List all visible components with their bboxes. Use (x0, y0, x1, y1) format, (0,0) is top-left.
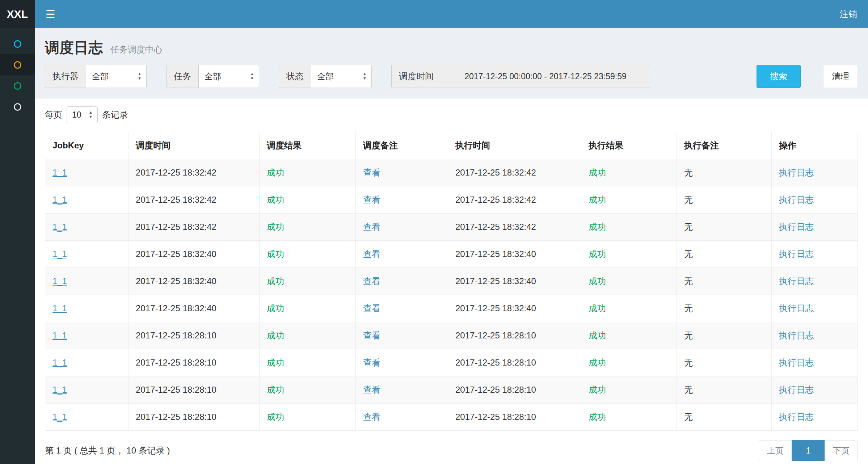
jobkey-link[interactable]: 1_1 (52, 168, 67, 177)
time-filter-label: 调度时间 (391, 65, 441, 88)
jobkey-link[interactable]: 1_1 (52, 330, 67, 340)
trigger-time-cell: 2017-12-25 18:32:42 (128, 159, 260, 186)
logout-button[interactable]: 注销 (829, 0, 868, 28)
handle-msg-cell: 无 (677, 349, 772, 376)
exec-log-link[interactable]: 执行日志 (779, 330, 814, 340)
log-table: JobKey 调度时间 调度结果 调度备注 执行时间 执行结果 执行备注 操作 … (45, 132, 858, 431)
handle-msg-cell: 无 (677, 268, 772, 295)
table-row: 1_1 2017-12-25 18:28:10 成功 查看 2017-12-25… (45, 404, 858, 431)
sidebar (0, 28, 35, 464)
col-trigger-msg: 调度备注 (356, 132, 448, 159)
trigger-msg-cell: 查看 (356, 322, 448, 349)
exec-log-link[interactable]: 执行日志 (779, 276, 814, 286)
page-title: 调度日志 (45, 39, 103, 55)
status-select[interactable]: 全部 (311, 65, 372, 88)
exec-log-link[interactable]: 执行日志 (779, 358, 814, 367)
log-table-body: 1_1 2017-12-25 18:32:42 成功 查看 2017-12-25… (45, 159, 858, 431)
sidebar-item-dashboard[interactable] (0, 33, 35, 54)
page-subtitle: 任务调度中心 (110, 45, 163, 54)
table-footer: 第 1 页 ( 总共 1 页， 10 条记录 ) 上页 1 下页 (45, 431, 858, 464)
search-button[interactable]: 搜索 (757, 65, 801, 88)
prev-page-button[interactable]: 上页 (759, 440, 792, 461)
action-cell: 执行日志 (772, 268, 858, 295)
page-summary: 第 1 页 ( 总共 1 页， 10 条记录 ) (45, 445, 170, 456)
table-row: 1_1 2017-12-25 18:28:10 成功 查看 2017-12-25… (45, 376, 858, 404)
handle-msg-cell: 无 (677, 241, 772, 268)
job-filter-label: 任务 (166, 65, 198, 88)
jobkey-link[interactable]: 1_1 (52, 412, 67, 422)
handle-result-cell: 成功 (581, 295, 677, 322)
job-select[interactable]: 全部 (198, 65, 259, 88)
handle-result-cell: 成功 (581, 159, 677, 186)
app-logo[interactable]: XXL (0, 0, 35, 28)
trigger-msg-cell: 查看 (356, 268, 448, 295)
trigger-result-cell: 成功 (260, 159, 356, 186)
trigger-result-cell: 成功 (260, 404, 356, 431)
view-trigger-msg-link[interactable]: 查看 (363, 330, 380, 340)
sidebar-item-job-manage[interactable] (0, 54, 35, 75)
handle-time-cell: 2017-12-25 18:28:10 (448, 404, 581, 431)
jobkey-link[interactable]: 1_1 (52, 385, 67, 395)
action-cell: 执行日志 (772, 322, 858, 349)
trigger-msg-cell: 查看 (356, 186, 448, 214)
sidebar-toggle-button[interactable]: ☰ (35, 0, 66, 28)
exec-log-link[interactable]: 执行日志 (779, 412, 814, 422)
trigger-msg-cell: 查看 (356, 241, 448, 268)
view-trigger-msg-link[interactable]: 查看 (363, 303, 380, 313)
col-handle-time: 执行时间 (448, 132, 581, 159)
view-trigger-msg-link[interactable]: 查看 (363, 222, 380, 232)
jobkey-link[interactable]: 1_1 (52, 358, 67, 367)
page-size-select[interactable]: 10 (67, 106, 98, 123)
jobkey-link[interactable]: 1_1 (52, 195, 67, 204)
trigger-result-cell: 成功 (260, 376, 356, 404)
status-filter-group: 状态 全部 (279, 65, 372, 88)
handle-time-cell: 2017-12-25 18:32:42 (448, 186, 581, 214)
jobkey-link[interactable]: 1_1 (52, 222, 67, 232)
time-range-input[interactable] (441, 65, 650, 88)
view-trigger-msg-link[interactable]: 查看 (363, 249, 380, 259)
exec-log-link[interactable]: 执行日志 (779, 249, 814, 259)
exec-log-link[interactable]: 执行日志 (779, 303, 814, 313)
handle-result-cell: 成功 (581, 214, 677, 241)
status-filter-label: 状态 (279, 65, 311, 88)
trigger-msg-cell: 查看 (356, 159, 448, 186)
view-trigger-msg-link[interactable]: 查看 (363, 412, 380, 422)
jobkey-cell: 1_1 (45, 214, 128, 241)
table-row: 1_1 2017-12-25 18:32:42 成功 查看 2017-12-25… (45, 159, 858, 186)
handle-time-cell: 2017-12-25 18:32:42 (448, 159, 581, 186)
trigger-msg-cell: 查看 (356, 349, 448, 376)
sidebar-item-job-log[interactable] (0, 75, 35, 96)
exec-log-link[interactable]: 执行日志 (779, 195, 814, 204)
view-trigger-msg-link[interactable]: 查看 (363, 358, 380, 367)
page-size-prefix: 每页 (45, 109, 62, 121)
view-trigger-msg-link[interactable]: 查看 (363, 168, 380, 177)
exec-log-link[interactable]: 执行日志 (779, 222, 814, 232)
sidebar-item-executor-manage[interactable] (0, 96, 35, 117)
table-row: 1_1 2017-12-25 18:32:40 成功 查看 2017-12-25… (45, 295, 858, 322)
table-row: 1_1 2017-12-25 18:32:40 成功 查看 2017-12-25… (45, 268, 858, 295)
executor-select[interactable]: 全部 (86, 65, 147, 88)
exec-log-link[interactable]: 执行日志 (779, 385, 814, 395)
exec-log-link[interactable]: 执行日志 (779, 168, 814, 177)
view-trigger-msg-link[interactable]: 查看 (363, 385, 380, 395)
action-cell: 执行日志 (772, 404, 858, 431)
page-1-button[interactable]: 1 (792, 440, 825, 461)
trigger-msg-cell: 查看 (356, 214, 448, 241)
trigger-time-cell: 2017-12-25 18:32:40 (128, 268, 260, 295)
action-cell: 执行日志 (772, 295, 858, 322)
view-trigger-msg-link[interactable]: 查看 (363, 276, 380, 286)
jobkey-link[interactable]: 1_1 (52, 276, 67, 286)
action-cell: 执行日志 (772, 376, 858, 404)
jobkey-link[interactable]: 1_1 (52, 303, 67, 313)
handle-msg-cell: 无 (677, 214, 772, 241)
handle-time-cell: 2017-12-25 18:32:40 (448, 268, 581, 295)
log-panel: 每页 10 条记录 JobKey 调度时间 调度结果 (35, 98, 868, 464)
col-handle-msg: 执行备注 (677, 132, 772, 159)
next-page-button[interactable]: 下页 (825, 440, 858, 461)
circle-icon (14, 103, 21, 111)
table-row: 1_1 2017-12-25 18:28:10 成功 查看 2017-12-25… (45, 349, 858, 376)
view-trigger-msg-link[interactable]: 查看 (363, 195, 380, 204)
executor-filter-label: 执行器 (45, 65, 86, 88)
jobkey-link[interactable]: 1_1 (52, 249, 67, 259)
clear-button[interactable]: 清理 (823, 65, 858, 88)
